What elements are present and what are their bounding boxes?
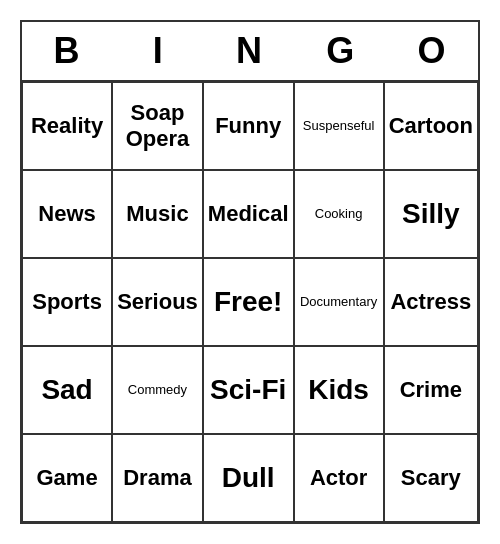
bingo-cell: Dull (203, 434, 294, 522)
bingo-cell: Music (112, 170, 203, 258)
header-letter: N (204, 22, 295, 80)
bingo-cell: Funny (203, 82, 294, 170)
bingo-cell: Scary (384, 434, 478, 522)
bingo-cell: News (22, 170, 112, 258)
bingo-cell: Cooking (294, 170, 384, 258)
bingo-cell: Sad (22, 346, 112, 434)
bingo-cell: Cartoon (384, 82, 478, 170)
bingo-cell: Kids (294, 346, 384, 434)
bingo-card: BINGO RealitySoap OperaFunnySuspensefulC… (20, 20, 480, 524)
bingo-grid: RealitySoap OperaFunnySuspensefulCartoon… (22, 82, 478, 522)
bingo-cell: Silly (384, 170, 478, 258)
bingo-cell: Soap Opera (112, 82, 203, 170)
bingo-cell: Crime (384, 346, 478, 434)
bingo-cell: Actor (294, 434, 384, 522)
bingo-cell: Sports (22, 258, 112, 346)
header-letter: G (296, 22, 387, 80)
header-letter: B (22, 22, 113, 80)
bingo-cell: Drama (112, 434, 203, 522)
bingo-cell: Sci-Fi (203, 346, 294, 434)
bingo-cell: Game (22, 434, 112, 522)
bingo-cell: Medical (203, 170, 294, 258)
header-letter: O (387, 22, 478, 80)
bingo-header: BINGO (22, 22, 478, 82)
bingo-cell: Commedy (112, 346, 203, 434)
bingo-cell: Suspenseful (294, 82, 384, 170)
bingo-cell: Free! (203, 258, 294, 346)
bingo-cell: Serious (112, 258, 203, 346)
bingo-cell: Actress (384, 258, 478, 346)
bingo-cell: Reality (22, 82, 112, 170)
header-letter: I (113, 22, 204, 80)
bingo-cell: Documentary (294, 258, 384, 346)
